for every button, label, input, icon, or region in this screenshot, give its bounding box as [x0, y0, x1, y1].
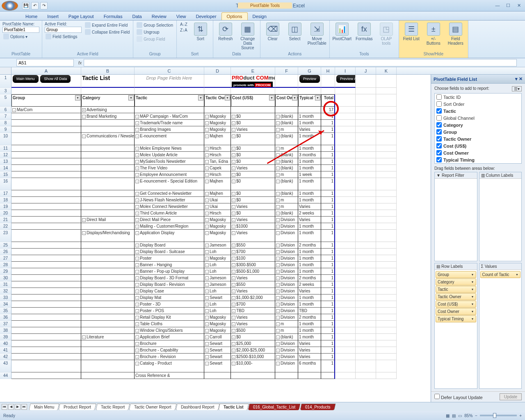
- pivot-cell[interactable]: -$0: [231, 178, 275, 190]
- expand-toggle[interactable]: -: [135, 231, 139, 235]
- dropdown-icon[interactable]: ▼: [75, 95, 80, 100]
- pivot-cell[interactable]: -Loh: [204, 249, 231, 255]
- expand-toggle[interactable]: -: [205, 296, 209, 300]
- minimize-icon[interactable]: —: [493, 3, 502, 8]
- expand-toggle[interactable]: -: [232, 160, 235, 164]
- expand-toggle[interactable]: -: [205, 329, 209, 333]
- expand-toggle[interactable]: -: [276, 283, 280, 287]
- pivot-cell[interactable]: 1: [321, 314, 335, 321]
- pivot-cell[interactable]: -Displays/Merchandising: [81, 230, 135, 242]
- expand-toggle[interactable]: -: [135, 257, 139, 260]
- expand-toggle[interactable]: -: [205, 309, 209, 313]
- expand-toggle[interactable]: -: [276, 231, 280, 235]
- expand-toggle[interactable]: -: [205, 147, 209, 151]
- group-selection-button[interactable]: Group Selection: [136, 22, 174, 28]
- pivot-cell[interactable]: -$0: [231, 171, 275, 178]
- pivot-cell[interactable]: [11, 152, 81, 158]
- sheet-tab-active[interactable]: Tactic List: [219, 404, 249, 410]
- formulas-button[interactable]: fxFormulas: [354, 22, 374, 42]
- pivot-cell[interactable]: -TBD: [231, 308, 275, 314]
- pivot-cell[interactable]: -(blank): [275, 210, 298, 217]
- pivot-cell[interactable]: -Varies: [231, 217, 275, 223]
- pivot-cell[interactable]: -Division: [275, 301, 298, 308]
- pivot-cell[interactable]: 1 month: [298, 113, 321, 120]
- pivot-cell[interactable]: -$100: [231, 255, 275, 262]
- pivot-cell[interactable]: -$25,000: [231, 340, 275, 347]
- field-pill[interactable]: Group▼: [436, 271, 476, 278]
- expand-toggle[interactable]: -: [135, 218, 139, 222]
- dropdown-icon[interactable]: ▼: [471, 281, 474, 283]
- pivot-cell[interactable]: -Capek: [204, 165, 231, 171]
- expand-toggle[interactable]: -: [135, 342, 139, 346]
- pivot-cell[interactable]: [298, 107, 321, 113]
- pivot-cell[interactable]: 1 week: [298, 171, 321, 178]
- pivot-cell[interactable]: 1: [321, 294, 335, 301]
- pivot-cell[interactable]: -Tan, Edna: [204, 158, 231, 165]
- row-header[interactable]: 33: [0, 294, 11, 301]
- pivot-cell[interactable]: -$10,000-: [231, 360, 275, 372]
- row-header[interactable]: 6: [0, 107, 11, 113]
- expand-toggle[interactable]: -: [205, 316, 209, 320]
- pivot-cell[interactable]: -Division: [275, 255, 298, 262]
- pivot-cell[interactable]: -Division: [275, 262, 298, 268]
- pivot-cell[interactable]: -Magosky: [204, 223, 231, 230]
- pivot-cell[interactable]: -$2,000-$25,000: [231, 347, 275, 354]
- expand-toggle[interactable]: -: [135, 147, 139, 151]
- pivot-cell[interactable]: 1: [321, 113, 335, 120]
- pivot-cell[interactable]: 1: [321, 321, 335, 327]
- pivot-cell[interactable]: -Division: [275, 360, 298, 372]
- pivot-cell[interactable]: -Varies: [231, 321, 275, 327]
- expand-toggle[interactable]: -: [205, 276, 209, 280]
- dropdown-icon[interactable]: ▼: [471, 310, 474, 313]
- pivot-cell[interactable]: 1 month: [298, 255, 321, 262]
- pivot-cell[interactable]: [11, 249, 81, 255]
- expand-toggle[interactable]: -: [276, 225, 280, 228]
- field-checkbox[interactable]: [436, 129, 442, 135]
- expand-toggle[interactable]: -: [276, 205, 280, 209]
- pivot-cell[interactable]: [81, 308, 135, 314]
- defer-checkbox[interactable]: Defer Layout Update: [434, 394, 483, 400]
- pivot-cell[interactable]: [81, 242, 135, 249]
- pivot-cell[interactable]: [11, 275, 81, 281]
- expand-toggle[interactable]: -: [276, 296, 280, 300]
- pivot-cell[interactable]: [81, 190, 135, 197]
- pivot-cell[interactable]: -Magosky: [204, 314, 231, 321]
- pivot-cell[interactable]: [81, 120, 135, 126]
- expand-toggle[interactable]: -: [232, 225, 235, 228]
- expand-toggle[interactable]: -: [232, 192, 235, 196]
- view-layout-icon[interactable]: ▤: [452, 413, 456, 418]
- field-pill[interactable]: Cost Owner▼: [436, 308, 476, 315]
- expand-toggle[interactable]: -: [135, 276, 139, 280]
- expand-toggle[interactable]: -: [276, 180, 280, 183]
- expand-toggle[interactable]: -: [276, 309, 280, 313]
- col-A[interactable]: A: [11, 67, 81, 74]
- pivot-cell[interactable]: [11, 321, 81, 327]
- expand-toggle[interactable]: -: [232, 153, 235, 157]
- pivot-cell[interactable]: -Varies: [231, 275, 275, 281]
- row-header[interactable]: 17: [0, 190, 11, 197]
- zoom-in-icon[interactable]: +: [519, 413, 522, 418]
- pivot-cell[interactable]: -m: [275, 203, 298, 210]
- pivot-cell[interactable]: -Display Mat: [135, 294, 204, 301]
- pivot-cell[interactable]: -Majhen: [204, 133, 231, 145]
- pivot-cell[interactable]: [11, 197, 81, 203]
- sheet-tab[interactable]: Main Menu: [29, 404, 59, 410]
- expand-toggle[interactable]: -: [135, 296, 139, 300]
- pivot-cell[interactable]: -The Five Video: [135, 165, 204, 171]
- expand-toggle[interactable]: -: [205, 322, 209, 326]
- pivot-cell[interactable]: [81, 171, 135, 178]
- pivot-cell[interactable]: 1: [321, 165, 335, 171]
- pivot-cell[interactable]: [11, 165, 81, 171]
- expand-toggle[interactable]: -: [276, 316, 280, 320]
- pivot-cell[interactable]: [81, 158, 135, 165]
- pivot-cell[interactable]: -MarCom: [11, 107, 81, 113]
- pivot-cell[interactable]: 1: [321, 210, 335, 217]
- expand-toggle[interactable]: -: [232, 316, 235, 320]
- layout-icon[interactable]: ☰▾: [512, 86, 522, 91]
- pivot-cell[interactable]: 1: [321, 190, 335, 197]
- pivot-cell[interactable]: -Ukai: [204, 197, 231, 203]
- pivot-cell[interactable]: -J-News Flash Newsletter: [135, 197, 204, 203]
- pivot-cell[interactable]: -Varies: [231, 314, 275, 321]
- pivot-cell[interactable]: -Sewart: [204, 340, 231, 347]
- pivot-cell[interactable]: -Magosky: [204, 217, 231, 223]
